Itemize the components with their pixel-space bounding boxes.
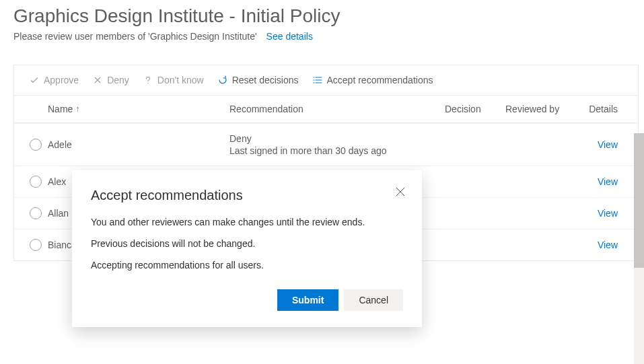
page-subtitle: Please review user members of 'Graphics … <box>13 31 631 42</box>
cancel-button[interactable]: Cancel <box>344 289 403 311</box>
reset-icon <box>217 75 228 85</box>
scrollbar-thumb[interactable] <box>634 133 644 268</box>
vertical-scrollbar[interactable] <box>634 133 644 364</box>
page-title: Graphics Design Institute - Initial Poli… <box>13 5 631 27</box>
check-icon <box>29 75 40 85</box>
column-header-details: Details <box>586 104 629 114</box>
see-details-link[interactable]: See details <box>266 31 313 42</box>
rec-secondary: Last signed in more than 30 days ago <box>229 145 445 156</box>
column-header-name[interactable]: Name ↑ <box>48 104 229 114</box>
x-icon <box>92 75 103 85</box>
view-link[interactable]: View <box>598 240 618 250</box>
reset-decisions-button[interactable]: Reset decisions <box>212 72 304 88</box>
row-select-radio[interactable] <box>30 239 42 251</box>
dialog-title: Accept recommendations <box>91 188 403 203</box>
toolbar: Approve Deny Don't know Reset decisions <box>13 65 639 95</box>
view-link[interactable]: View <box>598 139 618 150</box>
table-row: Adele Deny Last signed in more than 30 d… <box>14 123 638 166</box>
accept-recommendations-button[interactable]: Accept recommendations <box>307 72 439 88</box>
dialog-line2: Previous decisions will not be changed. <box>91 238 403 249</box>
dialog-line1: You and other reviewers can make changes… <box>91 217 403 227</box>
column-header-decision[interactable]: Decision <box>445 104 505 114</box>
question-icon <box>143 75 153 85</box>
row-recommendation: Deny Last signed in more than 30 days ag… <box>229 133 445 156</box>
submit-button[interactable]: Submit <box>277 289 338 311</box>
accept-rec-label: Accept recommendations <box>327 75 433 85</box>
dialog-line3: Accepting recommendations for all users. <box>91 260 403 270</box>
column-header-reviewed-by[interactable]: Reviewed by <box>505 104 586 114</box>
row-select-radio[interactable] <box>30 176 42 188</box>
subtitle-text: Please review user members of 'Graphics … <box>13 31 257 42</box>
row-select-radio[interactable] <box>30 139 42 151</box>
dont-know-button: Don't know <box>137 72 209 88</box>
list-check-icon <box>312 75 323 85</box>
view-link[interactable]: View <box>598 176 618 187</box>
dont-know-label: Don't know <box>157 75 204 85</box>
deny-label: Deny <box>107 75 129 85</box>
column-header-recommendation[interactable]: Recommendation <box>229 104 445 114</box>
view-link[interactable]: View <box>598 208 618 219</box>
accept-recommendations-dialog: Accept recommendations You and other rev… <box>72 170 422 327</box>
reset-label: Reset decisions <box>232 75 299 85</box>
approve-label: Approve <box>44 75 79 85</box>
table-header-row: Name ↑ Recommendation Decision Reviewed … <box>14 96 638 123</box>
col-name-label: Name <box>48 104 73 114</box>
rec-primary: Deny <box>229 133 445 144</box>
close-icon[interactable] <box>394 185 407 198</box>
sort-ascending-icon: ↑ <box>75 104 79 114</box>
dialog-body: You and other reviewers can make changes… <box>91 217 403 270</box>
dialog-actions: Submit Cancel <box>91 289 403 311</box>
deny-button: Deny <box>87 72 135 88</box>
row-select-radio[interactable] <box>30 207 42 219</box>
row-name: Adele <box>48 139 229 150</box>
approve-button: Approve <box>24 72 84 88</box>
